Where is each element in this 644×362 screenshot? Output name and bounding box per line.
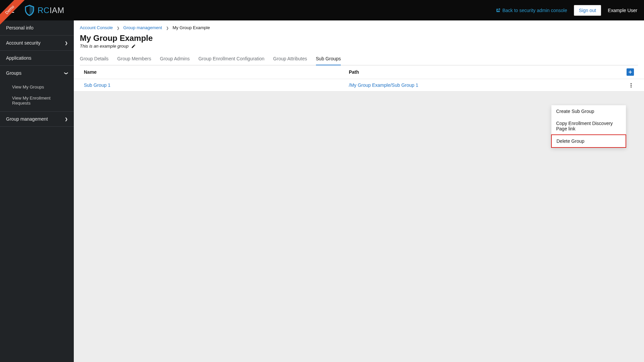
external-link-icon — [496, 8, 500, 13]
logo-text: RCIAM — [38, 6, 64, 15]
chevron-down-icon: ❯ — [64, 72, 68, 75]
tab-group-enrollment-config[interactable]: Group Enrollment Configuration — [198, 53, 264, 65]
menu-item-copy-enrollment-link[interactable]: Copy Enrollment Discovery Page link — [551, 117, 626, 135]
tab-group-members[interactable]: Group Members — [117, 53, 151, 65]
tab-group-admins[interactable]: Group Admins — [160, 53, 190, 65]
sidebar-nav: Personal info Account security ❯ Applica… — [0, 20, 74, 362]
sidebar-item-account-security[interactable]: Account security ❯ — [0, 36, 74, 51]
page-description: This is an example group — [80, 44, 128, 49]
main-content: Account Console ❯ Group management ❯ My … — [74, 20, 644, 362]
tab-sub-groups[interactable]: Sub Groups — [316, 53, 341, 65]
row-actions-button[interactable] — [628, 82, 634, 88]
tab-bar: Group Details Group Members Group Admins… — [80, 53, 638, 65]
add-subgroup-button[interactable] — [627, 68, 634, 76]
shield-icon — [23, 4, 36, 16]
menu-item-create-subgroup[interactable]: Create Sub Group — [551, 105, 626, 117]
sidebar-item-applications[interactable]: Applications — [0, 51, 74, 66]
app-header: RCIAM Back to security admin console Sig… — [0, 0, 644, 20]
app-logo[interactable]: RCIAM — [23, 4, 64, 16]
tab-group-details[interactable]: Group Details — [80, 53, 109, 65]
sidebar-item-view-enrollment[interactable]: View My Enrollment Requests — [0, 93, 74, 109]
menu-item-delete-group[interactable]: Delete Group — [551, 134, 626, 148]
plus-icon — [628, 70, 633, 74]
column-header-name: Name — [84, 69, 349, 75]
breadcrumb-account-console[interactable]: Account Console — [80, 25, 113, 30]
chevron-right-icon: ❯ — [166, 26, 169, 30]
edit-icon[interactable] — [131, 44, 136, 49]
sign-out-button[interactable]: Sign out — [574, 5, 601, 16]
menu-toggle-icon[interactable] — [7, 8, 14, 13]
chevron-right-icon: ❯ — [65, 117, 68, 121]
chevron-right-icon: ❯ — [117, 26, 119, 30]
column-header-path: Path — [349, 69, 614, 75]
sidebar-item-personal-info[interactable]: Personal info — [0, 20, 74, 36]
subgroup-path-link[interactable]: /My Group Example/Sub Group 1 — [349, 82, 418, 88]
chevron-right-icon: ❯ — [65, 41, 68, 45]
breadcrumb-group-management[interactable]: Group management — [123, 25, 162, 30]
current-user-label: Example User — [608, 8, 637, 13]
sidebar-item-group-management[interactable]: Group management ❯ — [0, 112, 74, 127]
page-title: My Group Example — [80, 34, 638, 43]
sidebar-item-view-my-groups[interactable]: View My Groups — [0, 80, 74, 93]
table-row: Sub Group 1 /My Group Example/Sub Group … — [74, 79, 644, 92]
tab-group-attributes[interactable]: Group Attributes — [273, 53, 307, 65]
breadcrumb: Account Console ❯ Group management ❯ My … — [80, 25, 638, 30]
subgroups-table: Name Path Sub Group 1 /My Group Example/… — [74, 65, 644, 92]
breadcrumb-current: My Group Example — [172, 25, 210, 30]
row-actions-menu: Create Sub Group Copy Enrollment Discove… — [551, 105, 626, 147]
sidebar-item-groups[interactable]: Groups ❯ — [0, 66, 74, 80]
subgroup-name-link[interactable]: Sub Group 1 — [84, 82, 110, 88]
back-to-admin-link[interactable]: Back to security admin console — [496, 8, 567, 13]
